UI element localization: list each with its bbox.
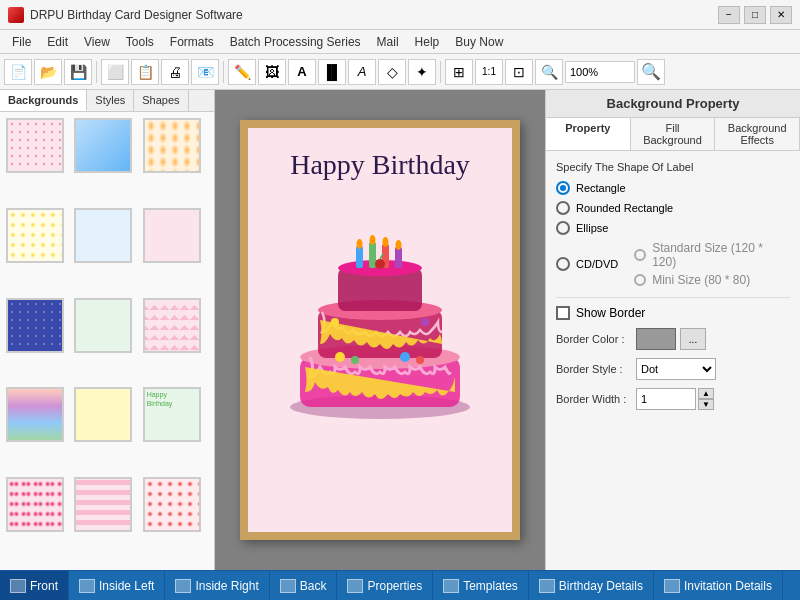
menu-mail[interactable]: Mail: [369, 30, 407, 53]
tab-shapes[interactable]: Shapes: [134, 90, 188, 111]
tab-backgrounds[interactable]: Backgrounds: [0, 90, 87, 111]
bottom-btn-front[interactable]: Front: [0, 571, 69, 600]
cd-label-standard: Standard Size (120 * 120): [652, 241, 790, 269]
menu-tools[interactable]: Tools: [118, 30, 162, 53]
cd-radio-mini: [634, 274, 646, 286]
print-button[interactable]: 🖨: [161, 59, 189, 85]
menu-file[interactable]: File: [4, 30, 39, 53]
border-color-dots[interactable]: ...: [680, 328, 706, 350]
menu-help[interactable]: Help: [407, 30, 448, 53]
svg-point-13: [383, 237, 389, 247]
toolbar-sep-1: [96, 61, 97, 83]
bg-item-7[interactable]: [6, 298, 64, 353]
bottom-btn-birthday-details[interactable]: Birthday Details: [529, 571, 654, 600]
card-inner: Happy Birthday: [248, 128, 512, 532]
open-button[interactable]: 📂: [34, 59, 62, 85]
app-icon: [8, 7, 24, 23]
zoom-in-button[interactable]: 🔍: [535, 59, 563, 85]
show-border-label: Show Border: [576, 306, 645, 320]
bottom-label-front: Front: [30, 579, 58, 593]
radio-rounded-rectangle[interactable]: Rounded Rectangle: [556, 201, 790, 215]
fit-button[interactable]: ⊡: [505, 59, 533, 85]
invitation-details-icon: [664, 579, 680, 593]
right-panel: Background Property Property Fill Backgr…: [545, 90, 800, 570]
radio-rectangle[interactable]: Rectangle: [556, 181, 790, 195]
bg-item-5[interactable]: [74, 208, 132, 263]
maximize-button[interactable]: □: [744, 6, 766, 24]
close-button[interactable]: ✕: [770, 6, 792, 24]
border-color-row: Border Color : ...: [556, 328, 790, 350]
show-border-checkbox[interactable]: [556, 306, 570, 320]
bottom-btn-inside-left[interactable]: Inside Left: [69, 571, 165, 600]
text2-button[interactable]: A: [348, 59, 376, 85]
title-bar-left: DRPU Birthday Card Designer Software: [8, 7, 243, 23]
bottom-btn-back[interactable]: Back: [270, 571, 338, 600]
toolbar-sep-3: [440, 61, 441, 83]
bottom-btn-templates[interactable]: Templates: [433, 571, 529, 600]
menu-batch[interactable]: Batch Processing Series: [222, 30, 369, 53]
zoom-out-button[interactable]: 🔍: [637, 59, 665, 85]
bg-item-13[interactable]: [6, 477, 64, 532]
bottom-btn-inside-right[interactable]: Inside Right: [165, 571, 269, 600]
email-button[interactable]: 📧: [191, 59, 219, 85]
barcode-button[interactable]: ▐▌: [318, 59, 346, 85]
border-width-up[interactable]: ▲: [698, 388, 714, 399]
copy-button[interactable]: ⬜: [101, 59, 129, 85]
bg-item-2[interactable]: [74, 118, 132, 173]
image-button[interactable]: 🖼: [258, 59, 286, 85]
tab-styles[interactable]: Styles: [87, 90, 134, 111]
border-color-picker[interactable]: [636, 328, 676, 350]
radio-circle-ellipse: [556, 221, 570, 235]
bg-item-6[interactable]: [143, 208, 201, 263]
cd-opt-mini[interactable]: Mini Size (80 * 80): [634, 273, 790, 287]
bottom-label-back: Back: [300, 579, 327, 593]
menu-formats[interactable]: Formats: [162, 30, 222, 53]
bg-item-11[interactable]: [74, 387, 132, 442]
bg-item-14[interactable]: [74, 477, 132, 532]
prop-tab-fill[interactable]: Fill Background: [631, 118, 716, 150]
symbol-button[interactable]: ✦: [408, 59, 436, 85]
inside-right-icon: [175, 579, 191, 593]
zoom-input[interactable]: 100%: [565, 61, 635, 83]
menu-buynow[interactable]: Buy Now: [447, 30, 511, 53]
menu-view[interactable]: View: [76, 30, 118, 53]
radio-cddvd[interactable]: CD/DVD Standard Size (120 * 120) Mini Si…: [556, 241, 790, 287]
bg-item-1[interactable]: [6, 118, 64, 173]
bottom-btn-properties[interactable]: Properties: [337, 571, 433, 600]
bottom-btn-invitation-details[interactable]: Invitation Details: [654, 571, 783, 600]
bg-item-8[interactable]: [74, 298, 132, 353]
radio-ellipse[interactable]: Ellipse: [556, 221, 790, 235]
app-title: DRPU Birthday Card Designer Software: [30, 8, 243, 22]
card-canvas: Happy Birthday: [240, 120, 520, 540]
bg-item-15[interactable]: [143, 477, 201, 532]
border-width-down[interactable]: ▼: [698, 399, 714, 410]
bottom-bar: Front Inside Left Inside Right Back Prop…: [0, 570, 800, 600]
menu-bar: File Edit View Tools Formats Batch Proce…: [0, 30, 800, 54]
ratio-button[interactable]: 1:1: [475, 59, 503, 85]
svg-point-21: [375, 259, 385, 269]
canvas-area[interactable]: Happy Birthday: [215, 90, 545, 570]
draw-button[interactable]: ✏️: [228, 59, 256, 85]
bg-item-4[interactable]: [6, 208, 64, 263]
prop-tab-property[interactable]: Property: [546, 118, 631, 150]
svg-point-18: [416, 356, 424, 364]
border-style-select[interactable]: Dot Solid Dash DashDot: [636, 358, 716, 380]
menu-edit[interactable]: Edit: [39, 30, 76, 53]
minimize-button[interactable]: −: [718, 6, 740, 24]
new-button[interactable]: 📄: [4, 59, 32, 85]
shape-button[interactable]: ◇: [378, 59, 406, 85]
grid-button[interactable]: ⊞: [445, 59, 473, 85]
bg-item-3[interactable]: [143, 118, 201, 173]
text-button[interactable]: A: [288, 59, 316, 85]
cd-options: Standard Size (120 * 120) Mini Size (80 …: [634, 241, 790, 287]
bg-item-10[interactable]: [6, 387, 64, 442]
bg-item-9[interactable]: [143, 298, 201, 353]
bottom-label-inside-left: Inside Left: [99, 579, 154, 593]
prop-tab-effects[interactable]: Background Effects: [715, 118, 800, 150]
right-panel-title: Background Property: [546, 90, 800, 118]
save-button[interactable]: 💾: [64, 59, 92, 85]
bg-item-12[interactable]: HappyBirthday: [143, 387, 201, 442]
border-width-input[interactable]: 1: [636, 388, 696, 410]
paste-button[interactable]: 📋: [131, 59, 159, 85]
cd-opt-standard[interactable]: Standard Size (120 * 120): [634, 241, 790, 269]
